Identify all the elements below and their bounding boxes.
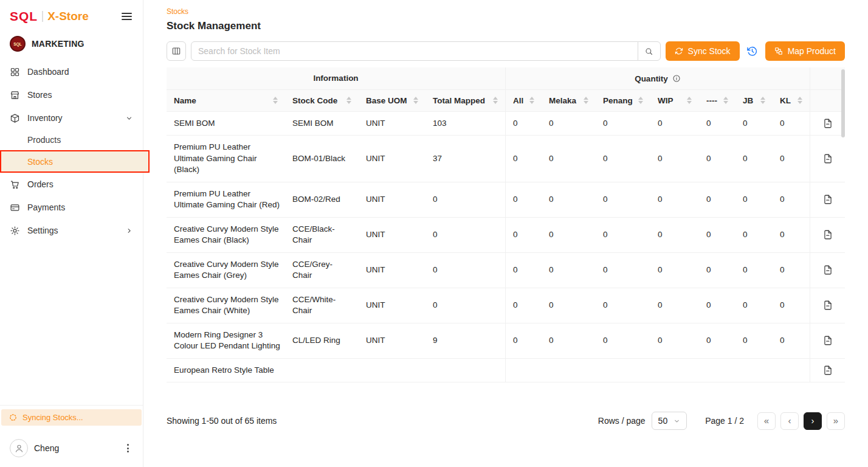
quantity-value — [542, 359, 596, 383]
column-header-penang[interactable]: Penang — [596, 90, 650, 112]
org-logo-icon: SQL — [10, 36, 26, 52]
sidebar-item-dashboard[interactable]: Dashboard — [0, 60, 143, 83]
sidebar-header: SQL X-Store — [0, 0, 143, 29]
search-input[interactable] — [191, 41, 638, 61]
sort-icon — [413, 97, 418, 104]
total-mapped — [425, 359, 505, 383]
inventory-icon — [10, 113, 20, 123]
column-label: All — [513, 96, 523, 105]
nav-label: Inventory — [27, 113, 118, 123]
sort-icon — [760, 97, 765, 104]
quantity-value: 0 — [542, 182, 596, 218]
breadcrumb[interactable]: Stocks — [167, 7, 188, 16]
quantity-value: 0 — [699, 182, 735, 218]
base-uom: UNIT — [359, 112, 425, 136]
column-header-name[interactable]: Name — [167, 90, 285, 112]
stock-row: SEMI BOMSEMI BOMUNIT1030000000 — [167, 112, 845, 136]
nav-label: Settings — [27, 226, 118, 235]
row-action-cell[interactable] — [810, 288, 845, 323]
quantity-value: 0 — [650, 136, 699, 182]
column-header-melaka[interactable]: Melaka — [542, 90, 596, 112]
stock-search — [191, 41, 661, 61]
row-action-cell[interactable] — [810, 218, 845, 253]
sidebar-item-settings[interactable]: Settings — [0, 219, 143, 242]
sidebar-item-stocks[interactable]: Stocks — [0, 150, 150, 173]
quantity-value: 0 — [542, 218, 596, 253]
row-action-cell[interactable] — [810, 112, 845, 136]
column-header-jb[interactable]: JB — [735, 90, 773, 112]
prev-page-button[interactable]: ‹ — [780, 412, 799, 430]
stock-document-icon[interactable] — [822, 365, 833, 376]
column-header-kl[interactable]: KL — [773, 90, 810, 112]
row-action-cell[interactable] — [810, 359, 845, 383]
stock-document-icon[interactable] — [822, 194, 833, 205]
stock-document-icon[interactable] — [822, 265, 833, 275]
next-page-button[interactable]: › — [804, 412, 822, 430]
sidebar-item-inventory[interactable]: Inventory — [0, 106, 143, 130]
org-name: MARKETING — [32, 39, 84, 49]
stock-document-icon[interactable] — [822, 153, 833, 164]
sync-stock-button[interactable]: Sync Stock — [666, 41, 740, 61]
sidebar-item-stores[interactable]: Stores — [0, 83, 143, 106]
stock-document-icon[interactable] — [822, 300, 833, 311]
base-uom: UNIT — [359, 182, 425, 218]
search-button[interactable] — [638, 41, 661, 61]
chevron-down-icon — [125, 114, 133, 122]
info-icon[interactable] — [672, 74, 681, 83]
sidebar-item-orders[interactable]: Orders — [0, 173, 143, 196]
row-action-cell[interactable] — [810, 182, 845, 218]
stock-row: Modern Ring Designer 3 Colour LED Pendan… — [167, 323, 845, 359]
quantity-value: 0 — [650, 288, 699, 323]
quantity-value: 0 — [505, 253, 542, 288]
quantity-value: 0 — [735, 253, 773, 288]
column-header-unnamed[interactable]: ---- — [699, 90, 735, 112]
column-header-stock-code[interactable]: Stock Code — [285, 90, 359, 112]
user-menu[interactable]: Cheng — [0, 431, 143, 467]
quantity-value: 0 — [596, 182, 650, 218]
map-product-button[interactable]: Map Product — [765, 41, 845, 61]
org-selector[interactable]: SQL MARKETING — [0, 29, 143, 59]
rows-per-page-value: 50 — [658, 416, 668, 426]
stock-table: Information Quantity NameStock CodeBase … — [167, 67, 845, 403]
quantity-value: 0 — [596, 136, 650, 182]
column-label: Total Mapped — [433, 96, 485, 105]
sync-history-icon[interactable] — [745, 41, 760, 61]
app-logo: SQL X-Store — [10, 9, 89, 24]
scrollbar-thumb[interactable] — [841, 69, 845, 137]
quantity-value: 0 — [699, 323, 735, 359]
chevron-right-icon — [125, 227, 133, 235]
sidebar-item-products[interactable]: Products — [0, 130, 143, 150]
column-header-row: NameStock CodeBase UOMTotal MappedAllMel… — [167, 90, 845, 112]
stock-code: CCE/White-Chair — [285, 288, 359, 323]
dashboard-icon — [10, 67, 20, 77]
logo-brand-text: X-Store — [47, 10, 89, 23]
table-scrollbar[interactable] — [841, 67, 845, 403]
sort-icon — [723, 97, 728, 104]
row-action-cell[interactable] — [810, 253, 845, 288]
column-settings-button[interactable] — [167, 41, 186, 61]
quantity-value: 0 — [596, 288, 650, 323]
sidebar-item-payments[interactable]: Payments — [0, 196, 143, 219]
column-header-total-mapped[interactable]: Total Mapped — [425, 90, 505, 112]
kebab-menu-icon[interactable] — [123, 441, 133, 455]
last-page-button[interactable]: » — [827, 412, 845, 430]
stock-name: Modern Ring Designer 3 Colour LED Pendan… — [167, 323, 285, 359]
column-header-all[interactable]: All — [505, 90, 542, 112]
menu-toggle-button[interactable] — [120, 10, 133, 22]
first-page-button[interactable]: « — [757, 412, 776, 430]
column-header-wip[interactable]: WIP — [650, 90, 699, 112]
column-label: Melaka — [549, 96, 576, 105]
quantity-group-label: Quantity — [635, 74, 668, 83]
nav-label: Payments — [27, 202, 133, 212]
row-action-cell[interactable] — [810, 323, 845, 359]
row-action-cell[interactable] — [810, 136, 845, 182]
column-header-base-uom[interactable]: Base UOM — [359, 90, 425, 112]
stock-document-icon[interactable] — [822, 229, 833, 240]
quantity-value: 0 — [650, 323, 699, 359]
rows-per-page-select[interactable]: 50 — [652, 412, 687, 430]
base-uom: UNIT — [359, 323, 425, 359]
stock-document-icon[interactable] — [822, 335, 833, 346]
quantity-value: 0 — [596, 253, 650, 288]
stock-document-icon[interactable] — [822, 118, 833, 129]
base-uom: UNIT — [359, 218, 425, 253]
